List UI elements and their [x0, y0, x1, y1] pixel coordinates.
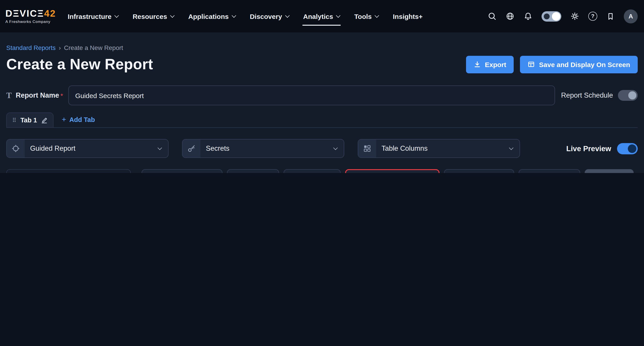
export-label: Export: [485, 61, 506, 68]
top-navbar: DΞVICΞ42 A Freshworks Company Infrastruc…: [0, 0, 644, 32]
theme-toggle[interactable]: [542, 11, 561, 21]
avatar-initial: A: [628, 13, 633, 20]
search-box: ×: [6, 169, 131, 173]
nav-item-discovery[interactable]: Discovery: [250, 0, 289, 32]
selector-row: Guided Report Secrets Table Columns Live…: [6, 139, 638, 158]
search-icon[interactable]: [488, 12, 496, 21]
main-nav: Infrastructure Resources Applications Di…: [68, 0, 423, 32]
save-and-display-button[interactable]: Save and Display On Screen: [520, 56, 638, 73]
tab-1-label: Tab 1: [20, 116, 37, 124]
app-window: DΞVICΞ42 A Freshworks Company Infrastruc…: [0, 0, 644, 173]
nav-item-applications[interactable]: Applications: [188, 0, 236, 32]
nav-item-insights[interactable]: Insights+: [393, 0, 423, 32]
download-icon: [474, 61, 481, 68]
report-name-input[interactable]: [68, 85, 555, 105]
filter-category[interactable]: Category: [227, 169, 279, 173]
chevron-down-icon: [374, 13, 379, 18]
tab-1[interactable]: ⠿ Tab 1: [6, 112, 54, 127]
add-tab-button[interactable]: + Add Tab: [62, 116, 95, 127]
header-actions: Export Save and Display On Screen: [466, 56, 638, 73]
chevron-down-icon: [336, 13, 341, 18]
tab-bar: ⠿ Tab 1 + Add Tab: [6, 112, 638, 128]
chevron-down-icon: [509, 145, 514, 150]
text-field-icon: T: [6, 91, 12, 100]
logo-accent: 42: [44, 8, 56, 19]
chevron-down-icon: [333, 145, 338, 150]
chevron-down-icon: [114, 13, 119, 18]
nav-item-label: Applications: [188, 12, 229, 20]
logo-text: DΞVICΞ: [6, 8, 44, 19]
nav-item-label: Resources: [132, 12, 167, 20]
breadcrumb-link-standard-reports[interactable]: Standard Reports: [6, 44, 56, 51]
required-asterisk: *: [60, 92, 63, 99]
report-schedule-label: Report Schedule: [561, 91, 613, 99]
live-preview-label: Live Preview: [566, 144, 611, 153]
report-schedule-toggle[interactable]: [618, 90, 638, 101]
chevron-down-icon: [232, 13, 236, 18]
edit-tab-icon[interactable]: [41, 117, 48, 123]
nav-item-label: Discovery: [250, 12, 282, 20]
chevron-down-icon: [170, 13, 174, 18]
nav-item-label: Tools: [354, 12, 372, 20]
nav-item-infrastructure[interactable]: Infrastructure: [68, 0, 118, 32]
columns-grid-icon: [358, 139, 376, 157]
export-button[interactable]: Export: [466, 56, 514, 73]
report-name-row: T Report Name * Report Schedule: [6, 85, 638, 105]
add-tab-label: Add Tab: [70, 116, 95, 123]
filter-expiration-date[interactable]: Expiration date: [444, 169, 514, 173]
breadcrumb: Standard Reports › Create a New Report: [6, 44, 638, 51]
bell-icon[interactable]: [524, 12, 532, 21]
bookmark-icon[interactable]: [606, 12, 615, 21]
drag-grip-icon: ⠿: [12, 117, 16, 123]
table-columns-value: Table Columns: [382, 144, 428, 152]
gear-icon[interactable]: [570, 12, 579, 21]
nav-item-tools[interactable]: Tools: [354, 0, 379, 32]
moon-icon: [544, 13, 550, 19]
save-display-label: Save and Display On Screen: [539, 61, 630, 68]
live-preview-toggle[interactable]: [617, 143, 638, 154]
filter-username[interactable]: Username: [284, 169, 341, 173]
toggle-knob: [552, 12, 560, 21]
table-icon: [528, 61, 535, 68]
live-preview-control: Live Preview: [566, 143, 638, 154]
filter-more-filters[interactable]: More Filters: [518, 169, 580, 173]
question-glyph: ?: [591, 13, 594, 19]
plus-icon: +: [62, 116, 66, 123]
filter-last-password-change[interactable]: Last Password Change: [345, 169, 440, 173]
page-title: Create a New Report: [6, 56, 153, 73]
table-columns-select[interactable]: Table Columns: [358, 139, 520, 158]
nav-item-label: Analytics: [303, 12, 333, 20]
chevron-down-icon: [158, 145, 162, 150]
report-type-value: Guided Report: [30, 144, 76, 152]
guided-report-icon: [7, 139, 25, 157]
help-icon[interactable]: ?: [588, 12, 597, 21]
key-icon: [182, 139, 200, 157]
device42-logo[interactable]: DΞVICΞ42 A Freshworks Company: [6, 9, 56, 24]
globe-icon[interactable]: [506, 12, 514, 21]
filter-password-storage[interactable]: Password Storage: [142, 169, 222, 173]
main-content: Standard Reports › Create a New Report C…: [0, 44, 644, 173]
report-type-select[interactable]: Guided Report: [6, 139, 168, 158]
breadcrumb-separator: ›: [59, 44, 61, 51]
user-avatar[interactable]: A: [624, 9, 638, 23]
advanced-button[interactable]: Advanced: [585, 169, 634, 173]
nav-item-label: Insights+: [393, 12, 423, 20]
logo-tagline: A Freshworks Company: [6, 19, 56, 24]
chevron-down-icon: [285, 13, 290, 18]
filter-row: × Password Storage Category Username Las…: [6, 169, 638, 173]
breadcrumb-current: Create a New Report: [64, 44, 123, 51]
object-type-select[interactable]: Secrets: [182, 139, 344, 158]
navbar-icons: ? A: [488, 9, 638, 23]
nav-item-label: Infrastructure: [68, 12, 112, 20]
nav-item-resources[interactable]: Resources: [132, 0, 174, 32]
report-name-label: Report Name: [16, 91, 59, 99]
object-type-value: Secrets: [206, 144, 230, 152]
nav-item-analytics[interactable]: Analytics: [303, 0, 340, 32]
page-header: Create a New Report Export Save and Disp…: [6, 54, 638, 75]
